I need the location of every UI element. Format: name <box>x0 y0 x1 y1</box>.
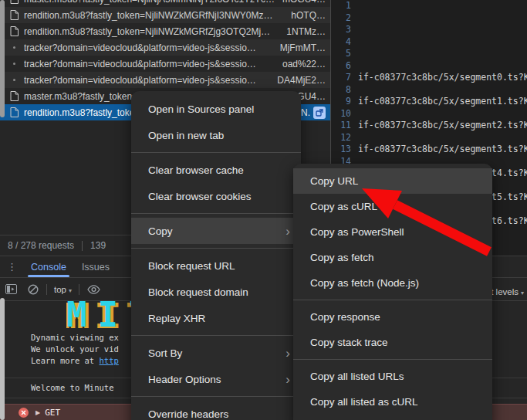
toolbar-separator <box>79 284 79 295</box>
menu-item-label: Clear browser cookies <box>148 191 252 202</box>
network-request-row[interactable]: master.m3u8?fastly_token=NjliNjA5MmNiNjY… <box>0 0 330 7</box>
submenu-item-copy-as-powershell[interactable]: Copy as PowerShell <box>293 219 492 245</box>
submenu-item-copy-as-fetch[interactable]: Copy as fetch <box>293 245 492 270</box>
javascript-context-dropdown[interactable]: top▾ <box>54 285 72 294</box>
document-icon <box>8 0 20 4</box>
document-icon <box>8 91 20 101</box>
request-name-tail: hOTQ… <box>291 10 326 21</box>
code-line: 8 <box>332 84 527 97</box>
request-name-tail: 1NTMz… <box>286 26 326 37</box>
scrollbar-thumb[interactable] <box>0 0 5 117</box>
menu-item-clear-browser-cache[interactable]: Clear browser cache <box>131 157 301 183</box>
menu-separator <box>131 335 301 336</box>
menu-item-override-headers[interactable]: Override headers <box>131 401 301 420</box>
live-expression-eye-icon[interactable] <box>87 285 100 294</box>
scrollbar-thumb[interactable] <box>0 298 5 420</box>
line-number: 1 <box>332 0 358 12</box>
request-name: tracker?domain=videocloud&platform=video… <box>24 59 281 69</box>
request-name: tracker?domain=videocloud&platform=video… <box>24 42 279 53</box>
chevron-down-icon: ▾ <box>69 287 72 294</box>
line-number: 7 <box>332 72 358 84</box>
dot-icon <box>8 46 20 49</box>
request-name-tail: mOGU4… <box>282 0 326 5</box>
menu-item-open-in-new-tab[interactable]: Open in new tab <box>131 122 301 148</box>
tab-issues[interactable]: Issues <box>74 256 117 277</box>
menu-item-header-options[interactable]: Header Options› <box>131 366 301 392</box>
menu-item-label: Block request domain <box>148 286 248 298</box>
line-number: 12 <box>332 132 358 144</box>
line-number: 4 <box>332 36 358 49</box>
submenu-item-copy-all-listed-as-curl[interactable]: Copy all listed as cURL <box>293 389 492 415</box>
expand-triangle-icon[interactable]: ▶ <box>35 409 40 416</box>
line-content: if-c08377c3c8bc/5x/segment2.ts?Ke <box>358 120 527 132</box>
clear-console-icon[interactable] <box>28 284 39 295</box>
document-icon <box>8 26 20 36</box>
line-number: 13 <box>332 144 358 156</box>
request-count: 8 / 278 requests <box>0 240 82 251</box>
tab-console[interactable]: Console <box>23 256 74 277</box>
learn-more-link[interactable]: http <box>100 356 119 365</box>
submenu-item-copy-url[interactable]: Copy URL <box>293 168 492 194</box>
submenu-item-copy-stack-trace[interactable]: Copy stack trace <box>293 330 492 355</box>
submenu-item-copy-all-listed-urls[interactable]: Copy all listed URLs <box>293 364 492 389</box>
console-sidebar-icon[interactable] <box>5 284 17 294</box>
network-request-row[interactable]: rendition.m3u8?fastly_token=NjliNWZkMGRf… <box>0 7 330 23</box>
line-number: 10 <box>332 108 358 120</box>
menu-item-block-request-url[interactable]: Block request URL <box>131 252 301 279</box>
network-request-row[interactable]: tracker?domain=videocloud&platform=video… <box>0 39 330 56</box>
copy-submenu: Copy URLCopy as cURLCopy as PowerShellCo… <box>293 164 492 420</box>
menu-item-label: Copy response <box>310 311 380 323</box>
line-content: if-c08377c3c8bc/5x/segment3.ts?Ke <box>358 144 527 156</box>
menu-item-label: Copy as PowerShell <box>310 226 404 238</box>
code-line: 1 <box>332 0 527 12</box>
menu-item-block-request-domain[interactable]: Block request domain <box>131 279 301 305</box>
menu-separator <box>293 359 492 360</box>
menu-item-label: Copy as fetch (Node.js) <box>310 277 419 289</box>
menu-item-clear-browser-cookies[interactable]: Clear browser cookies <box>131 183 301 209</box>
menu-item-label: Copy stack trace <box>310 337 388 348</box>
chevron-right-icon: › <box>285 373 290 386</box>
log-levels-dropdown[interactable]: t levels▾ <box>491 287 524 296</box>
request-name: rendition.m3u8?fastly_token=NjliNWZkMGRf… <box>24 26 285 37</box>
drawer-menu-icon[interactable]: ⋮ <box>0 261 23 273</box>
transferred-size: 139 <box>83 240 113 251</box>
request-name-tail: MjFmMT… <box>280 42 326 53</box>
code-line: 9if-c08377c3c8bc/5x/segment1.ts?Ke <box>332 96 527 108</box>
menu-item-replay-xhr[interactable]: Replay XHR <box>131 305 301 331</box>
menu-separator <box>293 300 492 300</box>
menu-item-label: Block request URL <box>148 260 235 272</box>
menu-item-sort-by[interactable]: Sort By› <box>131 340 301 366</box>
menu-item-label: Copy all listed URLs <box>310 371 404 382</box>
submenu-item-copy-as-fetch-node-js-[interactable]: Copy as fetch (Node.js) <box>293 270 492 296</box>
menu-item-open-in-sources-panel[interactable]: Open in Sources panel <box>131 96 301 122</box>
network-context-menu: Open in Sources panelOpen in new tabClea… <box>131 91 301 420</box>
menu-item-label: Header Options <box>148 374 221 385</box>
request-name: master.m3u8?fastly_token=NjliNjA5MmNiNjY… <box>24 0 281 5</box>
code-line: 5 <box>332 48 527 60</box>
open-in-sources-badge-icon[interactable] <box>313 107 326 119</box>
code-line: 2 <box>332 12 527 25</box>
menu-separator <box>131 152 301 153</box>
request-name: tracker?domain=videocloud&platform=video… <box>24 75 275 86</box>
menu-item-label: Open in new tab <box>148 130 224 141</box>
submenu-item-copy-response[interactable]: Copy response <box>293 304 492 330</box>
request-name-tail: DA4MjE2… <box>277 75 326 86</box>
code-line: 11if-c08377c3c8bc/5x/segment2.ts?Ke <box>332 120 527 132</box>
error-request-method: GET <box>45 408 60 418</box>
document-icon <box>8 107 20 117</box>
network-request-row[interactable]: tracker?domain=videocloud&platform=video… <box>0 56 330 72</box>
chevron-right-icon: › <box>285 225 290 238</box>
menu-item-label: Copy URL <box>310 175 358 187</box>
line-number: 6 <box>332 60 358 73</box>
code-line: 13if-c08377c3c8bc/5x/segment3.ts?Ke <box>332 144 527 156</box>
submenu-item-copy-as-curl[interactable]: Copy as cURL <box>293 194 492 219</box>
menu-item-copy[interactable]: Copy› <box>131 218 301 244</box>
network-request-row[interactable]: rendition.m3u8?fastly_token=NjliNWZkMGRf… <box>0 23 330 39</box>
context-label: top <box>54 285 66 294</box>
toolbar-separator <box>46 284 47 295</box>
line-number: 8 <box>332 84 358 97</box>
chevron-right-icon: › <box>285 347 290 360</box>
dot-icon <box>8 63 20 65</box>
menu-separator <box>131 248 301 249</box>
network-request-row[interactable]: tracker?domain=videocloud&platform=video… <box>0 72 330 88</box>
